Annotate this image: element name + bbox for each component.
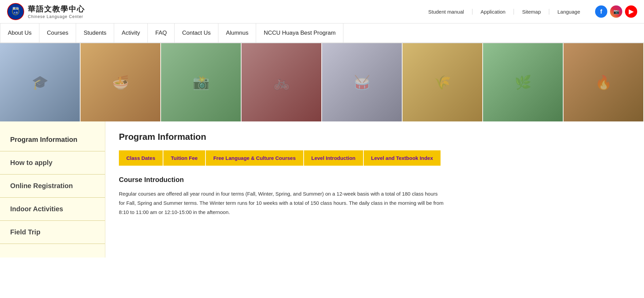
facebook-icon[interactable]: f <box>595 5 607 18</box>
tab-class-dates[interactable]: Class Dates <box>119 150 163 166</box>
hero-photo-1: 🎓 <box>0 43 80 121</box>
instagram-icon[interactable]: 📷 <box>610 5 622 18</box>
nav-activity[interactable]: Activity <box>114 23 148 43</box>
tab-level-textbook-index[interactable]: Level and Textbook Index <box>364 150 441 166</box>
sitemap-link[interactable]: Sitemap <box>514 9 549 15</box>
main-nav: About Us Courses Students Activity FAQ C… <box>0 23 644 43</box>
course-intro-body: Regular courses are offered all year rou… <box>119 189 445 217</box>
tab-level-introduction[interactable]: Level Introduction <box>304 150 364 166</box>
hero-photo-8: 🔥 <box>564 43 644 121</box>
sidebar: Program Information How to apply Online … <box>0 121 105 258</box>
svg-text:大學: 大學 <box>13 12 18 14</box>
hero-photo-5: 🥁 <box>322 43 402 121</box>
hero-banner: 🎓 🍜 📸 🚲 🥁 🌾 🌿 🔥 <box>0 43 644 121</box>
nav-contact-us[interactable]: Contact Us <box>175 23 218 43</box>
logo-en-text: Chinese Language Center <box>28 14 85 19</box>
hero-photo-3: 📸 <box>161 43 242 121</box>
course-intro-title: Course Introduction <box>119 176 630 184</box>
nav-alumnus[interactable]: Alumnus <box>218 23 256 43</box>
nav-about-us[interactable]: About Us <box>0 23 39 43</box>
nav-students[interactable]: Students <box>76 23 114 43</box>
logo-emblem: 政治 大學 <box>7 3 24 20</box>
application-link[interactable]: Application <box>472 9 514 15</box>
hero-photo-4: 🚲 <box>242 43 322 121</box>
hero-photo-7: 🌿 <box>483 43 564 121</box>
svg-text:政治: 政治 <box>12 7 19 10</box>
logo-cn-text: 華語文教學中心 <box>28 4 85 14</box>
sidebar-item-online-registration[interactable]: Online Registration <box>0 175 105 198</box>
sidebar-item-program-information[interactable]: Program Information <box>0 128 105 151</box>
top-bar: 政治 大學 華語文教學中心 Chinese Language Center St… <box>0 0 644 23</box>
sidebar-item-indoor-activities[interactable]: Indoor Activities <box>0 198 105 221</box>
youtube-icon[interactable]: ▶ <box>625 5 637 18</box>
nav-nccu[interactable]: NCCU Huaya Best Program <box>256 23 343 43</box>
hero-photo-2: 🍜 <box>80 43 161 121</box>
content-wrapper: Program Information How to apply Online … <box>0 121 644 258</box>
nav-courses[interactable]: Courses <box>39 23 76 43</box>
page-title: Program Information <box>119 132 630 142</box>
hero-photo-6: 🌾 <box>402 43 483 121</box>
site-logo: 政治 大學 華語文教學中心 Chinese Language Center <box>7 3 85 20</box>
top-nav-links: Student manual Application Sitemap Langu… <box>420 9 588 15</box>
tab-free-language[interactable]: Free Language & Culture Courses <box>206 150 304 166</box>
social-icons: f 📷 ▶ <box>595 5 637 18</box>
nav-faq[interactable]: FAQ <box>148 23 175 43</box>
tab-buttons: Class Dates Tuition Fee Free Language & … <box>119 150 630 166</box>
student-manual-link[interactable]: Student manual <box>420 9 472 15</box>
language-link[interactable]: Language <box>549 9 588 15</box>
main-content: Program Information Class Dates Tuition … <box>105 121 644 258</box>
sidebar-item-field-trip[interactable]: Field Trip <box>0 221 105 244</box>
sidebar-item-how-to-apply[interactable]: How to apply <box>0 151 105 175</box>
tab-tuition-fee[interactable]: Tuition Fee <box>163 150 206 166</box>
